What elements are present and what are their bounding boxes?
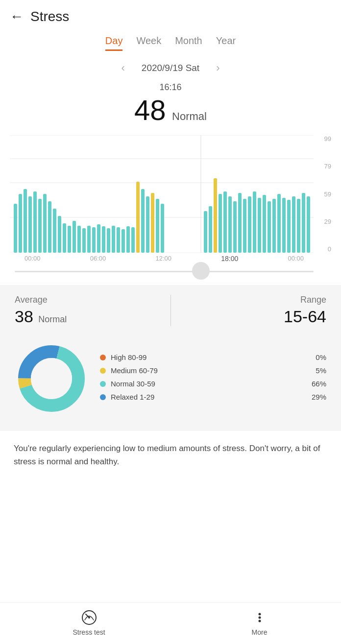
legend-relaxed: Relaxed 1-29 29% bbox=[100, 393, 326, 401]
donut-section: High 80-99 0% Medium 60-79 5% Normal 30-… bbox=[0, 337, 341, 431]
current-time: 16:16 bbox=[0, 82, 341, 93]
y-label-99: 99 bbox=[316, 135, 331, 143]
range-value: 15-64 bbox=[181, 307, 327, 326]
svg-rect-14 bbox=[53, 209, 56, 253]
svg-rect-49 bbox=[263, 195, 266, 253]
svg-rect-53 bbox=[282, 198, 286, 253]
stress-test-nav-item[interactable]: Stress test bbox=[73, 609, 105, 636]
svg-rect-13 bbox=[48, 201, 51, 253]
scrubber-thumb[interactable] bbox=[192, 262, 210, 280]
stress-chart[interactable]: 99 79 59 29 0 bbox=[10, 135, 331, 253]
svg-rect-38 bbox=[209, 206, 212, 253]
back-button[interactable]: ← bbox=[10, 9, 24, 24]
legend-pct-relaxed: 29% bbox=[309, 393, 326, 401]
legend-pct-high: 0% bbox=[309, 353, 326, 361]
tab-bar: Day Week Month Year bbox=[0, 29, 341, 51]
legend-dot-relaxed bbox=[100, 394, 106, 400]
donut-svg bbox=[15, 342, 88, 415]
svg-rect-48 bbox=[258, 198, 261, 253]
page-title: Stress bbox=[30, 9, 69, 24]
svg-rect-10 bbox=[33, 191, 37, 253]
svg-rect-26 bbox=[112, 226, 115, 253]
svg-rect-51 bbox=[272, 199, 276, 253]
svg-rect-34 bbox=[151, 193, 154, 253]
current-stress-status: Normal bbox=[172, 110, 207, 122]
legend-label-relaxed: Relaxed 1-29 bbox=[111, 393, 309, 401]
tab-year[interactable]: Year bbox=[216, 35, 236, 51]
legend-dot-normal bbox=[100, 381, 106, 387]
svg-rect-39 bbox=[214, 178, 217, 253]
svg-rect-31 bbox=[136, 182, 140, 253]
tab-month[interactable]: Month bbox=[175, 35, 202, 51]
svg-rect-8 bbox=[24, 189, 27, 253]
legend: High 80-99 0% Medium 60-79 5% Normal 30-… bbox=[100, 353, 326, 406]
svg-rect-16 bbox=[63, 223, 66, 253]
svg-rect-47 bbox=[253, 191, 256, 253]
range-label: Range bbox=[181, 295, 327, 305]
stress-test-label: Stress test bbox=[73, 628, 105, 636]
more-icon bbox=[251, 609, 268, 626]
time-0000-start: 00:00 bbox=[24, 255, 41, 262]
svg-rect-58 bbox=[307, 196, 310, 253]
svg-rect-20 bbox=[82, 228, 86, 253]
svg-rect-57 bbox=[302, 193, 305, 253]
time-1800: 18:00 bbox=[221, 255, 238, 262]
svg-rect-23 bbox=[97, 224, 100, 253]
legend-pct-normal: 66% bbox=[309, 380, 326, 388]
chart-svg bbox=[10, 135, 314, 253]
description-text: You're regularly experiencing low to med… bbox=[0, 431, 341, 477]
svg-point-65 bbox=[88, 617, 90, 619]
tab-day[interactable]: Day bbox=[105, 35, 123, 51]
tab-week[interactable]: Week bbox=[136, 35, 161, 51]
scrubber-track bbox=[15, 271, 314, 272]
time-1200: 12:00 bbox=[155, 255, 171, 262]
svg-point-68 bbox=[258, 620, 261, 622]
stats-divider bbox=[170, 295, 171, 326]
legend-label-high: High 80-99 bbox=[111, 353, 309, 361]
legend-medium: Medium 60-79 5% bbox=[100, 366, 326, 375]
svg-rect-11 bbox=[38, 199, 42, 253]
chart-bars bbox=[10, 135, 314, 253]
svg-point-67 bbox=[258, 617, 261, 619]
next-date-button[interactable]: › bbox=[211, 60, 224, 76]
time-axis: 00:00 06:00 12:00 18:00 00:00 bbox=[10, 253, 331, 262]
legend-label-normal: Normal 30-59 bbox=[111, 380, 309, 388]
svg-rect-27 bbox=[117, 227, 120, 253]
current-value-row: 48 Normal bbox=[0, 94, 341, 126]
svg-point-63 bbox=[31, 358, 72, 399]
scrubber-area[interactable] bbox=[10, 262, 331, 279]
gauge-icon bbox=[80, 609, 98, 626]
bottom-nav: Stress test More bbox=[0, 602, 341, 644]
svg-rect-17 bbox=[68, 226, 71, 253]
svg-rect-9 bbox=[28, 196, 32, 253]
current-stress-value: 48 bbox=[134, 94, 166, 126]
svg-rect-21 bbox=[87, 226, 91, 253]
average-value-row: 38 Normal bbox=[15, 307, 161, 326]
y-label-29: 29 bbox=[316, 218, 331, 225]
range-col: Range 15-64 bbox=[181, 295, 327, 326]
y-label-79: 79 bbox=[316, 163, 331, 170]
svg-rect-56 bbox=[297, 199, 300, 253]
average-label: Average bbox=[15, 295, 161, 305]
prev-date-button[interactable]: ‹ bbox=[117, 60, 130, 76]
svg-rect-24 bbox=[102, 226, 105, 253]
svg-rect-22 bbox=[92, 227, 96, 253]
svg-point-66 bbox=[258, 613, 261, 616]
svg-rect-52 bbox=[277, 194, 281, 253]
more-nav-item[interactable]: More bbox=[251, 609, 268, 636]
more-label: More bbox=[252, 628, 268, 636]
svg-rect-54 bbox=[287, 200, 291, 253]
svg-rect-25 bbox=[107, 228, 110, 253]
y-label-59: 59 bbox=[316, 191, 331, 198]
svg-rect-44 bbox=[238, 193, 242, 253]
date-navigation: ‹ 2020/9/19 Sat › bbox=[0, 51, 341, 79]
legend-label-medium: Medium 60-79 bbox=[111, 366, 309, 375]
svg-rect-15 bbox=[58, 216, 61, 253]
time-0600: 06:00 bbox=[90, 255, 106, 262]
svg-rect-28 bbox=[122, 229, 125, 253]
svg-rect-36 bbox=[161, 204, 164, 253]
svg-rect-41 bbox=[223, 191, 227, 253]
svg-rect-42 bbox=[228, 196, 232, 253]
svg-rect-55 bbox=[292, 196, 295, 253]
svg-rect-33 bbox=[146, 196, 149, 253]
